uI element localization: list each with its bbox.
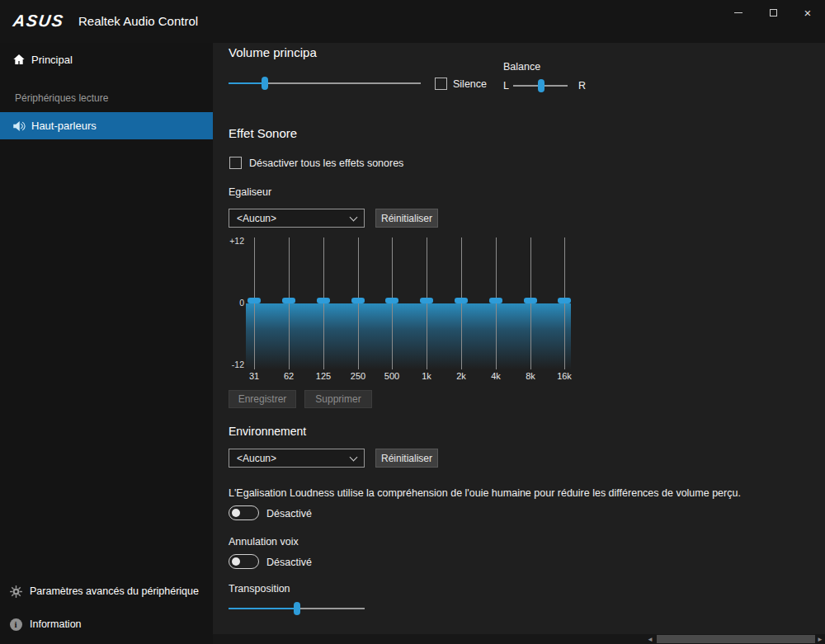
titlebar: ASUS Realtek Audio Control ×: [0, 0, 825, 43]
eq-band-handle[interactable]: [282, 298, 295, 303]
disable-all-effects-label: Désactiver tous les effets sonores: [249, 157, 403, 169]
close-button[interactable]: ×: [790, 0, 825, 25]
info-icon: i: [8, 617, 23, 632]
transposition-slider[interactable]: [229, 602, 365, 615]
maximize-icon: [770, 9, 777, 16]
balance-slider[interactable]: [513, 79, 568, 92]
sidebar-item-label: Information: [30, 618, 82, 630]
gear-icon: [8, 584, 23, 599]
sidebar-item-label: Principal: [31, 54, 73, 66]
scrollbar-thumb[interactable]: [657, 635, 815, 643]
eq-band-frequency-label: 62: [271, 371, 306, 381]
eq-band-track: [564, 237, 565, 369]
master-volume-slider[interactable]: [229, 77, 421, 90]
environment-label: Environnement: [229, 425, 306, 438]
voice-cancellation-toggle[interactable]: [229, 554, 259, 569]
eq-band-handle[interactable]: [385, 298, 398, 303]
eq-band-frequency-label: 31: [237, 371, 271, 381]
eq-band-handle[interactable]: [420, 298, 433, 303]
minimize-button[interactable]: [721, 0, 756, 25]
horizontal-scrollbar[interactable]: ◄ ►: [213, 634, 825, 644]
eq-band-handle[interactable]: [248, 298, 261, 303]
eq-band-handle[interactable]: [455, 298, 468, 303]
eq-band-handle[interactable]: [489, 298, 502, 303]
sidebar-item-haut-parleurs[interactable]: Haut-parleurs: [0, 112, 213, 139]
sound-effects-title: Effet Sonore: [229, 126, 297, 140]
transposition-slider-thumb[interactable]: [294, 602, 300, 615]
scroll-right-arrow-icon[interactable]: ►: [815, 634, 825, 644]
voice-cancellation-state-label: Désactivé: [266, 557, 312, 568]
silence-label: Silence: [453, 78, 487, 90]
eq-band-handle[interactable]: [317, 298, 330, 303]
eq-band-frequency-label: 1k: [409, 371, 444, 381]
environment-reset-button[interactable]: Réinitialiser: [375, 449, 438, 468]
eq-band-16k[interactable]: 16k: [547, 237, 582, 383]
sidebar-item-principal[interactable]: Principal: [0, 48, 213, 71]
balance-slider-thumb[interactable]: [538, 79, 544, 92]
transposition-label: Transposition: [229, 583, 290, 595]
eq-band-track: [254, 237, 255, 369]
eq-band-handle[interactable]: [558, 298, 571, 303]
eq-band-frequency-label: 16k: [547, 371, 582, 381]
sidebar: Principal Périphériques lecture Haut-par…: [0, 43, 213, 644]
volume-slider-thumb[interactable]: [262, 77, 268, 90]
speaker-icon: [12, 119, 26, 134]
balance-left-label: L: [503, 80, 509, 92]
sidebar-item-information[interactable]: i Information: [0, 614, 213, 634]
eq-band-500[interactable]: 500: [375, 237, 409, 383]
sidebar-item-advanced-device-settings[interactable]: Paramètres avancés du périphérique: [0, 581, 213, 601]
eq-band-track: [427, 237, 427, 369]
silence-checkbox[interactable]: [435, 78, 447, 90]
disable-all-effects-checkbox[interactable]: [229, 157, 242, 169]
equalizer-preset-dropdown[interactable]: <Aucun>: [229, 209, 365, 228]
eq-band-frequency-label: 4k: [478, 371, 513, 381]
eq-band-8k[interactable]: 8k: [513, 237, 548, 383]
eq-band-31[interactable]: 31: [237, 237, 271, 383]
eq-band-1k[interactable]: 1k: [409, 237, 444, 383]
toggle-knob: [232, 557, 240, 566]
eq-band-2k[interactable]: 2k: [444, 237, 478, 383]
home-icon: [12, 52, 26, 67]
eq-band-track: [392, 237, 393, 369]
sidebar-section-playback-devices: Périphériques lecture: [15, 92, 108, 104]
eq-band-250[interactable]: 250: [341, 237, 375, 383]
slider-fill: [229, 82, 265, 84]
toggle-knob: [232, 509, 240, 517]
window-controls: ×: [721, 0, 825, 25]
loudness-description: L'Egalisation Loudness utilise la compré…: [229, 487, 790, 499]
dropdown-selected-value: <Aucun>: [237, 453, 276, 464]
eq-band-track: [461, 237, 462, 369]
eq-save-button[interactable]: Enregistrer: [229, 390, 296, 408]
minimize-icon: [734, 12, 742, 13]
equalizer-reset-button[interactable]: Réinitialiser: [375, 209, 438, 228]
chevron-down-icon: [350, 213, 358, 221]
eq-band-track: [289, 237, 290, 369]
environment-preset-dropdown[interactable]: <Aucun>: [229, 449, 365, 468]
eq-band-handle[interactable]: [351, 298, 365, 303]
eq-band-track: [323, 237, 324, 369]
eq-band-frequency-label: 8k: [513, 371, 548, 381]
main-panel: Volume principa Silence Balance L R Effe…: [213, 43, 825, 644]
asus-logo: ASUS: [12, 12, 65, 31]
eq-band-frequency-label: 500: [375, 371, 409, 381]
balance-label: Balance: [503, 61, 540, 73]
app-window: ASUS Realtek Audio Control × Principal P…: [0, 0, 825, 644]
slider-fill: [229, 608, 297, 609]
eq-band-track: [530, 237, 531, 369]
sidebar-item-label: Paramètres avancés du périphérique: [30, 585, 199, 597]
eq-band-track: [496, 237, 497, 369]
maximize-button[interactable]: [756, 0, 790, 25]
eq-band-4k[interactable]: 4k: [478, 237, 513, 383]
eq-band-handle[interactable]: [524, 298, 537, 303]
eq-delete-button[interactable]: Supprimer: [304, 390, 372, 408]
eq-band-125[interactable]: 125: [306, 237, 341, 383]
scroll-left-arrow-icon[interactable]: ◄: [645, 634, 655, 644]
loudness-state-label: Désactivé: [266, 508, 312, 519]
volume-section-title: Volume principa: [229, 45, 317, 59]
eq-band-frequency-label: 250: [341, 371, 375, 381]
balance-right-label: R: [578, 80, 586, 92]
loudness-toggle[interactable]: [229, 505, 259, 520]
equalizer-label: Egaliseur: [229, 186, 271, 198]
eq-band-62[interactable]: 62: [271, 237, 306, 383]
window-title: Realtek Audio Control: [78, 14, 198, 28]
